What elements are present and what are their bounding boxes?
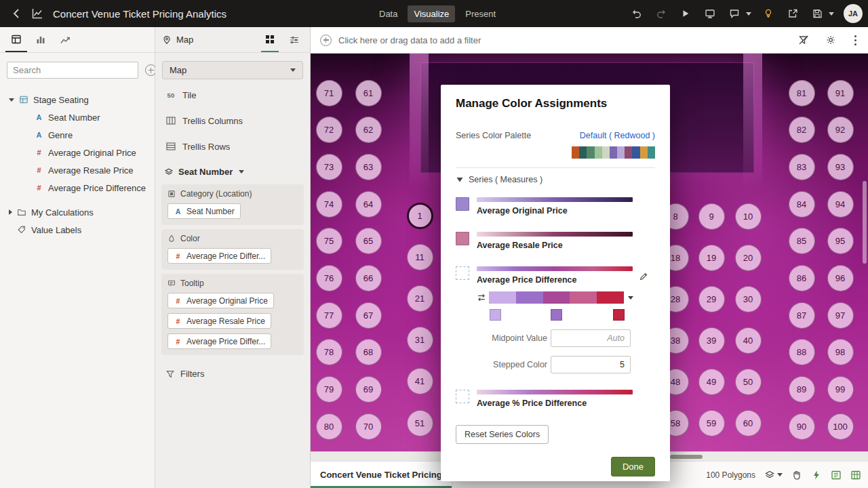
series-color-swatch[interactable] [456, 232, 469, 245]
tab-data-elements[interactable] [5, 27, 27, 52]
seat-60[interactable]: 60 [735, 410, 762, 436]
seat-94[interactable]: 94 [827, 191, 854, 218]
search-input[interactable] [7, 62, 138, 79]
series-gradient-bar[interactable] [477, 390, 633, 394]
seat-93[interactable]: 93 [827, 154, 854, 180]
done-button[interactable]: Done [611, 457, 655, 476]
seat-1[interactable]: 1 [407, 203, 433, 229]
tooltip-chip[interactable]: # Average Price Differ... [167, 333, 271, 349]
seat-10[interactable]: 10 [735, 203, 762, 230]
seat-21[interactable]: 21 [407, 285, 433, 312]
layer-filters[interactable]: Filters [155, 359, 310, 388]
seat-67[interactable]: 67 [355, 302, 382, 329]
seat-72[interactable]: 72 [316, 117, 342, 143]
seat-73[interactable]: 73 [316, 154, 342, 180]
export-icon[interactable] [785, 6, 800, 21]
seat-63[interactable]: 63 [355, 154, 382, 180]
seat-29[interactable]: 29 [698, 286, 725, 312]
seat-92[interactable]: 92 [827, 117, 854, 143]
seat-40[interactable]: 40 [735, 327, 762, 354]
seat-82[interactable]: 82 [789, 117, 815, 143]
seat-66[interactable]: 66 [355, 265, 382, 291]
expand-caret-icon[interactable] [9, 98, 14, 102]
seat-95[interactable]: 95 [827, 228, 854, 254]
series-color-swatch[interactable] [456, 197, 469, 211]
midpoint-value-input[interactable] [551, 329, 631, 347]
horizontal-scrollbar[interactable] [670, 455, 703, 459]
seat-86[interactable]: 86 [789, 265, 815, 291]
gradient-stop-mid[interactable] [551, 309, 562, 321]
comment-caret-icon[interactable] [746, 12, 751, 16]
redo-icon[interactable] [654, 6, 669, 21]
seat-97[interactable]: 97 [827, 302, 854, 329]
value-labels-item[interactable]: Value Labels [0, 221, 155, 239]
reset-series-colors-button[interactable]: Reset Series Colors [456, 425, 549, 444]
seat-75[interactable]: 75 [316, 228, 342, 254]
seat-83[interactable]: 83 [789, 154, 815, 180]
seat-11[interactable]: 11 [407, 244, 433, 270]
seat-41[interactable]: 41 [407, 368, 433, 394]
seat-31[interactable]: 31 [407, 327, 433, 353]
seat-74[interactable]: 74 [316, 191, 342, 218]
seat-20[interactable]: 20 [735, 245, 762, 271]
seat-64[interactable]: 64 [355, 191, 382, 218]
seat-96[interactable]: 96 [827, 265, 854, 291]
series-gradient-bar[interactable] [477, 197, 633, 202]
map-background-icon[interactable] [850, 470, 861, 481]
series-section-toggle[interactable]: Series ( Measures ) [456, 175, 655, 184]
comment-icon[interactable] [727, 6, 742, 21]
map-layers-dropdown[interactable] [764, 470, 783, 481]
color-drop-zone[interactable]: Color # Average Price Differ... [161, 229, 304, 270]
avatar[interactable]: JA [844, 4, 863, 23]
pan-hand-icon[interactable] [791, 470, 802, 481]
series-color-swatch[interactable] [456, 266, 469, 280]
seat-62[interactable]: 62 [355, 117, 382, 143]
gradient-stop-end[interactable] [613, 309, 625, 321]
seat-51[interactable]: 51 [407, 410, 433, 436]
nav-tab[interactable]: Present [459, 5, 502, 22]
seat-91[interactable]: 91 [827, 80, 854, 106]
tab-analytics[interactable] [54, 27, 76, 52]
gradient-stop-start[interactable] [490, 309, 501, 321]
insights-lightbulb-icon[interactable] [761, 6, 776, 21]
seat-81[interactable]: 81 [789, 80, 815, 106]
field-item[interactable]: A Genre [0, 126, 155, 144]
map-legend-icon[interactable] [831, 470, 842, 481]
seat-80[interactable]: 80 [316, 413, 342, 440]
seat-71[interactable]: 71 [316, 80, 342, 106]
grammar-tile[interactable]: 50 Tile [155, 82, 310, 108]
vertical-scrollbar[interactable] [863, 181, 867, 264]
color-chip[interactable]: # Average Price Differ... [167, 248, 271, 264]
seat-79[interactable]: 79 [316, 376, 342, 403]
seat-98[interactable]: 98 [827, 339, 854, 365]
palette-select-link[interactable]: Default ( Redwood ) [580, 131, 655, 140]
tab-visualizations[interactable] [30, 27, 52, 52]
reverse-colors-icon[interactable] [477, 293, 486, 302]
auto-insights-bolt-icon[interactable] [811, 470, 822, 481]
tooltip-drop-zone[interactable]: Tooltip # Average Original Price # Avera… [161, 274, 304, 355]
seat-69[interactable]: 69 [355, 376, 382, 403]
seat-39[interactable]: 39 [698, 327, 725, 354]
add-filter-icon[interactable] [320, 35, 332, 46]
save-caret-icon[interactable] [829, 12, 834, 16]
tooltip-chip[interactable]: # Average Resale Price [167, 313, 271, 329]
field-item[interactable]: # Average Price Difference [0, 179, 155, 197]
seat-77[interactable]: 77 [316, 302, 342, 329]
canvas-menu-kebab-icon[interactable] [852, 39, 859, 41]
grammar-trellis-rows[interactable]: Trellis Rows [155, 134, 310, 159]
category-chip[interactable]: A Seat Number [167, 203, 241, 219]
grammar-trellis-columns[interactable]: Trellis Columns [155, 108, 310, 134]
properties-view-toggle[interactable] [285, 27, 303, 52]
field-item[interactable]: # Average Resale Price [0, 161, 155, 179]
layer-caret-icon[interactable] [239, 170, 244, 174]
seat-88[interactable]: 88 [789, 339, 815, 365]
back-button[interactable] [7, 3, 27, 24]
series-gradient-bar[interactable] [477, 266, 633, 271]
undo-icon[interactable] [629, 6, 644, 21]
present-canvas-icon[interactable] [703, 6, 717, 21]
tooltip-chip[interactable]: # Average Original Price [167, 293, 274, 308]
my-calculations-folder[interactable]: My Calculations [0, 203, 155, 221]
grammar-view-toggle[interactable] [261, 27, 279, 52]
series-color-swatch[interactable] [456, 390, 469, 403]
seat-65[interactable]: 65 [355, 228, 382, 254]
